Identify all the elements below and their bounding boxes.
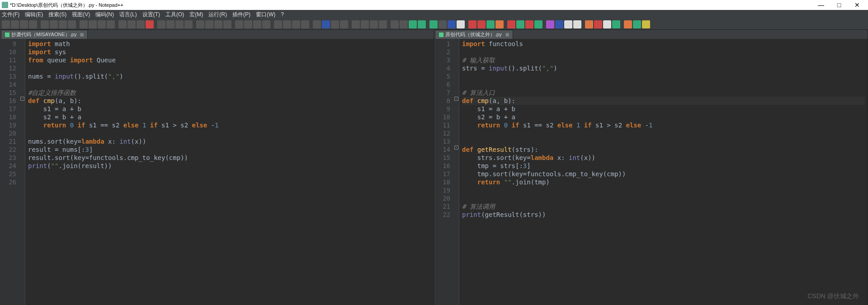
right-editor[interactable]: 12345678910111213141516171819202122 -- i… bbox=[434, 39, 868, 305]
toolbar-button[interactable] bbox=[448, 20, 456, 28]
toolbar-button[interactable] bbox=[262, 20, 270, 28]
toolbar-button[interactable] bbox=[274, 20, 282, 28]
toolbar-button[interactable] bbox=[439, 20, 447, 28]
toolbar-button[interactable] bbox=[594, 20, 602, 28]
menu-item[interactable]: 文件(F) bbox=[2, 11, 19, 19]
toolbar-button[interactable] bbox=[516, 20, 524, 28]
toolbar-button[interactable] bbox=[253, 20, 261, 28]
toolbar-button[interactable] bbox=[546, 20, 554, 28]
code-line[interactable]: s2 = b + a bbox=[462, 113, 865, 121]
toolbar-button[interactable] bbox=[457, 20, 465, 28]
toolbar-button[interactable] bbox=[223, 20, 231, 28]
toolbar-button[interactable] bbox=[400, 20, 408, 28]
toolbar-button[interactable] bbox=[292, 20, 300, 28]
code-line[interactable]: tmp.sort(key=functools.cmp_to_key(cmp)) bbox=[462, 170, 865, 178]
toolbar-button[interactable] bbox=[137, 20, 145, 28]
code-line[interactable]: #自定义排序函数 bbox=[28, 89, 431, 97]
toolbar-button[interactable] bbox=[331, 20, 339, 28]
toolbar-button[interactable] bbox=[322, 20, 330, 28]
code-line[interactable]: return "".join(tmp) bbox=[462, 178, 865, 186]
code-line[interactable]: from queue import Queue bbox=[28, 56, 431, 64]
toolbar-button[interactable] bbox=[429, 20, 438, 28]
code-line[interactable]: s1 = a + b bbox=[28, 105, 431, 113]
toolbar-button[interactable] bbox=[301, 20, 309, 28]
code-line[interactable] bbox=[28, 64, 431, 72]
toolbar-button[interactable] bbox=[612, 20, 620, 28]
toolbar-button[interactable] bbox=[214, 20, 222, 28]
toolbar-button[interactable] bbox=[11, 20, 19, 28]
toolbar-button[interactable] bbox=[41, 20, 49, 28]
menu-item[interactable]: 设置(T) bbox=[142, 11, 160, 19]
code-line[interactable] bbox=[28, 170, 431, 178]
toolbar-button[interactable] bbox=[29, 20, 37, 28]
code-line[interactable]: result.sort(key=functools.cmp_to_key(cmp… bbox=[28, 154, 431, 162]
menu-item[interactable]: 插件(P) bbox=[232, 11, 250, 19]
menu-item[interactable]: 编码(N) bbox=[95, 11, 114, 19]
toolbar-button[interactable] bbox=[507, 20, 515, 28]
toolbar-button[interactable] bbox=[534, 20, 542, 28]
toolbar-button[interactable] bbox=[379, 20, 387, 28]
menu-item[interactable]: 搜索(S) bbox=[48, 11, 66, 19]
code-line[interactable] bbox=[462, 80, 865, 89]
toolbar-button[interactable] bbox=[146, 20, 154, 28]
code-line[interactable]: # 算法调用 bbox=[462, 202, 865, 211]
code-line[interactable]: result = nums[:3] bbox=[28, 145, 431, 154]
toolbar-button[interactable] bbox=[313, 20, 321, 28]
toolbar-button[interactable] bbox=[107, 20, 115, 28]
toolbar-button[interactable] bbox=[624, 20, 632, 28]
toolbar-button[interactable] bbox=[2, 20, 10, 28]
toolbar-button[interactable] bbox=[205, 20, 213, 28]
close-icon[interactable]: ⊠ bbox=[505, 32, 509, 37]
menu-item[interactable]: 视图(V) bbox=[72, 11, 90, 19]
code-line[interactable]: strs = input().split(",") bbox=[462, 64, 865, 72]
code-line[interactable] bbox=[462, 48, 865, 56]
toolbar-button[interactable] bbox=[370, 20, 378, 28]
code-line[interactable] bbox=[28, 178, 431, 186]
toolbar-button[interactable] bbox=[184, 20, 193, 28]
toolbar-button[interactable] bbox=[418, 20, 426, 28]
menu-item[interactable]: 运行(R) bbox=[208, 11, 227, 19]
toolbar-button[interactable] bbox=[409, 20, 417, 28]
toolbar-button[interactable] bbox=[477, 20, 486, 28]
fold-icon[interactable]: - bbox=[20, 97, 24, 101]
toolbar-button[interactable] bbox=[118, 20, 127, 28]
toolbar-button[interactable] bbox=[391, 20, 399, 28]
toolbar-button[interactable] bbox=[525, 20, 533, 28]
menu-item[interactable]: 编辑(E) bbox=[25, 11, 43, 19]
code-line[interactable]: s1 = a + b bbox=[462, 105, 865, 113]
toolbar-button[interactable] bbox=[642, 20, 650, 28]
menu-item[interactable]: 宏(M) bbox=[189, 11, 203, 19]
toolbar-button[interactable] bbox=[50, 20, 58, 28]
toolbar-button[interactable] bbox=[59, 20, 67, 28]
toolbar-button[interactable] bbox=[361, 20, 369, 28]
fold-icon[interactable]: - bbox=[454, 145, 458, 150]
maximize-button[interactable]: □ bbox=[830, 1, 848, 9]
code-line[interactable]: return 0 if s1 == s2 else 1 if s1 > s2 e… bbox=[462, 121, 865, 129]
toolbar-button[interactable] bbox=[564, 20, 572, 28]
toolbar-button[interactable] bbox=[585, 20, 593, 28]
toolbar-button[interactable] bbox=[166, 20, 175, 28]
left-editor[interactable]: 91011121314151617181920212223242526 - im… bbox=[0, 39, 434, 305]
code-line[interactable] bbox=[28, 129, 431, 137]
code-line[interactable]: def cmp(a, b): bbox=[462, 97, 865, 105]
toolbar-button[interactable] bbox=[340, 20, 348, 28]
left-tab[interactable]: 抄袭代码（MISAYAONE）.py ⊠ bbox=[1, 30, 88, 39]
code-line[interactable]: import math bbox=[28, 40, 431, 48]
code-line[interactable]: print("".join(result)) bbox=[28, 162, 431, 170]
toolbar-button[interactable] bbox=[68, 20, 76, 28]
code-line[interactable] bbox=[462, 194, 865, 202]
toolbar-button[interactable] bbox=[603, 20, 611, 28]
close-icon[interactable]: ⊠ bbox=[80, 32, 84, 37]
toolbar-button[interactable] bbox=[283, 20, 291, 28]
left-code[interactable]: import mathimport sysfrom queue import Q… bbox=[25, 39, 434, 305]
menu-item[interactable]: 语言(L) bbox=[119, 11, 137, 19]
code-line[interactable]: # 算法入口 bbox=[462, 89, 865, 97]
code-line[interactable] bbox=[462, 129, 865, 137]
code-line[interactable]: print(getResult(strs)) bbox=[462, 211, 865, 219]
toolbar-button[interactable] bbox=[573, 20, 581, 28]
toolbar-button[interactable] bbox=[244, 20, 252, 28]
code-line[interactable]: return 0 if s1 == s2 else 1 if s1 > s2 e… bbox=[28, 121, 431, 129]
code-line[interactable]: import functools bbox=[462, 40, 865, 48]
code-line[interactable]: tmp = strs[:3] bbox=[462, 162, 865, 170]
code-line[interactable]: nums.sort(key=lambda x: int(x)) bbox=[28, 137, 431, 145]
